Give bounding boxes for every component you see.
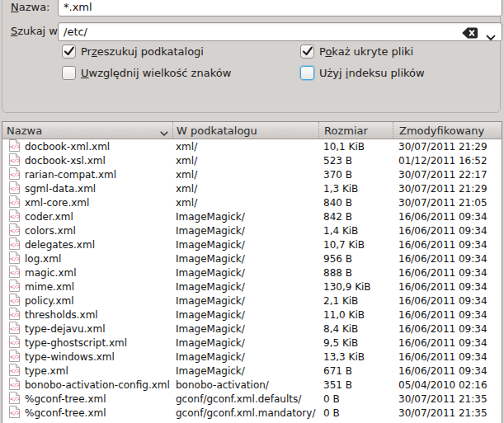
svg-text:</>: </>	[9, 214, 20, 220]
table-header: Nazwa W podkatalogu Rozmiar Zmodyfikowan…	[2, 122, 502, 139]
checkbox-search-subdirectories[interactable]: Przeszukuj podkatalogi	[62, 45, 204, 59]
table-row[interactable]: </> %gconf-tree.xml gconf/gconf.xml.defa…	[2, 392, 502, 406]
column-header-name[interactable]: Nazwa	[2, 122, 172, 139]
file-name: bonobo-activation-config.xml	[25, 379, 170, 391]
file-size: 2,1 KiB	[318, 295, 393, 307]
table-row[interactable]: </> delegates.xml ImageMagick/ 10,7 KiB …	[2, 237, 502, 251]
checkbox-box[interactable]	[300, 45, 314, 59]
table-row[interactable]: </> magic.xml ImageMagick/ 888 B 16/06/2…	[2, 266, 502, 280]
xml-document-icon: </>	[8, 406, 20, 421]
file-subdirectory: xml/	[172, 169, 318, 181]
file-modified-date: 01/12/2011 16:52	[393, 155, 502, 167]
table-row[interactable]: </> sgml-data.xml xml/ 1,3 KiB 30/07/201…	[2, 181, 502, 195]
file-size: 13,3 KiB	[318, 351, 393, 363]
file-name: colors.xml	[25, 225, 76, 237]
column-header-label: Rozmiar	[324, 125, 368, 137]
svg-text:</>: </>	[9, 143, 20, 150]
search-location-combobox[interactable]: /etc/	[58, 22, 502, 41]
svg-text:</>: </>	[9, 326, 20, 332]
file-name: docbook-xml.xml	[25, 141, 110, 153]
file-modified-date: 16/06/2011 09:34	[393, 267, 502, 279]
checkbox-label: Pokaż ukryte pliki	[319, 45, 413, 58]
file-name: log.xml	[25, 253, 61, 265]
file-subdirectory: ImageMagick/	[172, 309, 318, 321]
table-row[interactable]: </> xml-core.xml xml/ 840 B 30/07/2011 2…	[2, 195, 502, 209]
table-row[interactable]: </> type-windows.xml ImageMagick/ 13,3 K…	[2, 350, 502, 364]
file-modified-date: 16/06/2011 09:34	[393, 295, 502, 307]
checkbox-label: Uwzględnij wielkość znaków	[81, 67, 231, 79]
file-modified-date: 30/07/2011 21:29	[393, 183, 502, 195]
table-row[interactable]: </> rarian-compat.xml xml/ 370 B 30/07/2…	[2, 167, 502, 181]
table-row[interactable]: </> policy.xml ImageMagick/ 2,1 KiB 16/0…	[2, 294, 502, 308]
file-subdirectory: xml/	[172, 141, 318, 153]
file-name: sgml-data.xml	[25, 183, 96, 195]
file-modified-date: 05/04/2010 02:16	[393, 379, 502, 391]
file-modified-date: 16/06/2011 09:34	[393, 211, 502, 223]
svg-text:</>: </>	[9, 410, 20, 416]
clear-field-icon[interactable]	[462, 26, 478, 38]
table-row[interactable]: </> %gconf-tree.xml gconf/gconf.xml.mand…	[2, 406, 502, 420]
file-name: type-dejavu.xml	[25, 323, 105, 335]
file-modified-date: 16/06/2011 09:34	[393, 239, 502, 251]
table-row[interactable]: </> log.xml ImageMagick/ 956 B 16/06/201…	[2, 251, 502, 266]
file-subdirectory: ImageMagick/	[172, 351, 318, 363]
checkbox-show-hidden-files[interactable]: Pokaż ukryte pliki	[300, 45, 413, 59]
file-name: %gconf-tree.xml	[25, 407, 106, 419]
name-pattern-input[interactable]	[58, 0, 502, 16]
file-subdirectory: ImageMagick/	[172, 365, 318, 377]
table-row[interactable]: </> mime.xml ImageMagick/ 130,9 KiB 16/0…	[2, 280, 502, 294]
checkbox-case-sensitive[interactable]: Uwzględnij wielkość znaków	[62, 66, 231, 80]
file-size: 11,0 KiB	[318, 309, 393, 321]
file-subdirectory: ImageMagick/	[172, 337, 318, 349]
table-row[interactable]: </> thresholds.xml ImageMagick/ 11,0 KiB…	[2, 308, 502, 322]
table-row[interactable]: </> docbook-xml.xml xml/ 10,1 KiB 30/07/…	[2, 139, 502, 153]
svg-text:</>: </>	[9, 172, 20, 178]
file-size: 1,4 KiB	[318, 225, 393, 237]
column-header-subdirectory[interactable]: W podkatalogu	[172, 122, 318, 139]
checkbox-use-file-index[interactable]: Użyj indeksu plików	[300, 66, 425, 80]
file-subdirectory: ImageMagick/	[172, 253, 318, 265]
search-results-table: Nazwa W podkatalogu Rozmiar Zmodyfikowan…	[2, 121, 502, 423]
column-header-modified[interactable]: Zmodyfikowany	[393, 122, 502, 139]
file-modified-date: 16/06/2011 09:34	[393, 337, 502, 349]
file-subdirectory: ImageMagick/	[172, 281, 318, 293]
file-modified-date: 16/06/2011 09:34	[393, 281, 502, 293]
table-row[interactable]: </> type.xml ImageMagick/ 671 B 16/06/20…	[2, 364, 502, 378]
chevron-down-icon[interactable]	[486, 29, 496, 35]
file-name: rarian-compat.xml	[25, 169, 116, 181]
table-row[interactable]: </> type-dejavu.xml ImageMagick/ 8,4 KiB…	[2, 322, 502, 336]
file-size: 130,9 KiB	[318, 281, 393, 293]
svg-text:</>: </>	[9, 270, 20, 276]
file-modified-date: 30/07/2011 21:29	[393, 141, 502, 153]
file-subdirectory: xml/	[172, 183, 318, 195]
search-in-label: Szukaj w:	[11, 25, 61, 37]
file-size: 10,1 KiB	[318, 141, 393, 153]
file-modified-date: 16/06/2011 09:34	[393, 253, 502, 265]
file-subdirectory: ImageMagick/	[172, 211, 318, 223]
file-size: 523 B	[318, 155, 393, 167]
checkbox-box[interactable]	[300, 66, 314, 80]
checkbox-box[interactable]	[62, 45, 76, 59]
name-label: Nazwa:	[11, 1, 50, 13]
table-row[interactable]: </> bonobo-activation-config.xml bonobo-…	[2, 378, 502, 392]
file-size: 840 B	[318, 197, 393, 209]
file-name: policy.xml	[25, 295, 74, 307]
table-row[interactable]: </> type-ghostscript.xml ImageMagick/ 9,…	[2, 336, 502, 350]
table-row[interactable]: </> docbook-xsl.xml xml/ 523 B 01/12/201…	[2, 153, 502, 167]
svg-text:</>: </>	[9, 200, 20, 206]
table-row[interactable]: </> coder.xml ImageMagick/ 842 B 16/06/2…	[2, 209, 502, 223]
file-modified-date: 16/06/2011 09:34	[393, 309, 502, 321]
checkbox-label: Użyj indeksu plików	[319, 67, 425, 79]
svg-text:</>: </>	[9, 256, 20, 262]
column-header-label: W podkatalogu	[177, 125, 257, 137]
file-size: 9,5 KiB	[318, 337, 393, 349]
file-size: 842 B	[318, 211, 393, 223]
checkbox-box[interactable]	[62, 66, 76, 80]
file-name: delegates.xml	[25, 239, 95, 251]
table-row[interactable]: </> colors.xml ImageMagick/ 1,4 KiB 16/0…	[2, 223, 502, 237]
search-options-frame: Nazwa: Szukaj w: /etc/ Przeszukuj podkat…	[2, 0, 501, 113]
file-name: type.xml	[25, 365, 68, 377]
file-subdirectory: xml/	[172, 197, 318, 209]
column-header-size[interactable]: Rozmiar	[318, 122, 393, 139]
file-size: 351 B	[318, 379, 393, 391]
